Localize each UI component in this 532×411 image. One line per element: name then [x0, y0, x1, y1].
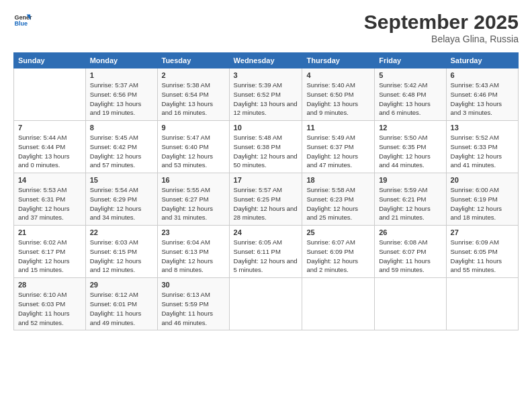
calendar-cell: 21 Sunrise: 6:02 AMSunset: 6:17 PMDaylig…: [14, 226, 86, 278]
day-number: 29: [90, 281, 153, 289]
calendar-cell: 25 Sunrise: 6:07 AMSunset: 6:09 PMDaylig…: [302, 226, 375, 278]
calendar-cell: 24 Sunrise: 6:05 AMSunset: 6:11 PMDaylig…: [229, 226, 302, 278]
calendar-cell: 3 Sunrise: 5:39 AMSunset: 6:52 PMDayligh…: [229, 68, 302, 121]
header: General Blue September 2025 Belaya Glina…: [13, 11, 519, 44]
calendar-cell: 13 Sunrise: 5:52 AMSunset: 6:33 PMDaylig…: [446, 121, 518, 173]
day-info: Sunrise: 6:00 AMSunset: 6:19 PMDaylight:…: [451, 185, 514, 222]
day-number: 27: [451, 228, 514, 236]
calendar-cell: [375, 278, 446, 330]
day-number: 12: [379, 124, 441, 132]
calendar-cell: 1 Sunrise: 5:37 AMSunset: 6:56 PMDayligh…: [85, 68, 157, 121]
day-number: 11: [306, 124, 370, 132]
day-info: Sunrise: 5:48 AMSunset: 6:38 PMDaylight:…: [234, 133, 298, 170]
calendar-cell: 29 Sunrise: 6:12 AMSunset: 6:01 PMDaylig…: [85, 278, 157, 330]
day-number: 3: [234, 71, 298, 79]
weekday-header-row: Sunday Monday Tuesday Wednesday Thursday…: [14, 53, 519, 68]
day-info: Sunrise: 6:02 AMSunset: 6:17 PMDaylight:…: [18, 238, 81, 275]
calendar-cell: 18 Sunrise: 5:58 AMSunset: 6:23 PMDaylig…: [302, 173, 375, 226]
day-number: 2: [162, 71, 225, 79]
day-number: 5: [379, 71, 441, 79]
calendar-cell: 6 Sunrise: 5:43 AMSunset: 6:46 PMDayligh…: [446, 68, 518, 121]
day-info: Sunrise: 6:05 AMSunset: 6:11 PMDaylight:…: [234, 238, 298, 275]
calendar-cell: 17 Sunrise: 5:57 AMSunset: 6:25 PMDaylig…: [229, 173, 302, 226]
calendar-page: General Blue September 2025 Belaya Glina…: [0, 0, 532, 411]
calendar-week-row: 21 Sunrise: 6:02 AMSunset: 6:17 PMDaylig…: [14, 226, 519, 278]
title-block: September 2025 Belaya Glina, Russia: [364, 11, 519, 44]
header-tuesday: Tuesday: [157, 53, 229, 68]
calendar-cell: 23 Sunrise: 6:04 AMSunset: 6:13 PMDaylig…: [157, 226, 229, 278]
calendar-cell: 15 Sunrise: 5:54 AMSunset: 6:29 PMDaylig…: [85, 173, 157, 226]
calendar-cell: 20 Sunrise: 6:00 AMSunset: 6:19 PMDaylig…: [446, 173, 518, 226]
calendar-cell: [302, 278, 375, 330]
day-info: Sunrise: 5:57 AMSunset: 6:25 PMDaylight:…: [234, 185, 298, 222]
calendar-cell: 4 Sunrise: 5:40 AMSunset: 6:50 PMDayligh…: [302, 68, 375, 121]
day-number: 30: [162, 281, 225, 289]
calendar-cell: 28 Sunrise: 6:10 AMSunset: 6:03 PMDaylig…: [14, 278, 86, 330]
day-info: Sunrise: 5:50 AMSunset: 6:35 PMDaylight:…: [379, 133, 441, 170]
day-info: Sunrise: 5:37 AMSunset: 6:56 PMDaylight:…: [90, 81, 153, 118]
calendar-cell: 9 Sunrise: 5:47 AMSunset: 6:40 PMDayligh…: [157, 121, 229, 173]
calendar-cell: 27 Sunrise: 6:09 AMSunset: 6:05 PMDaylig…: [446, 226, 518, 278]
day-info: Sunrise: 6:10 AMSunset: 6:03 PMDaylight:…: [18, 290, 81, 327]
day-info: Sunrise: 5:39 AMSunset: 6:52 PMDaylight:…: [234, 81, 298, 118]
day-info: Sunrise: 5:47 AMSunset: 6:40 PMDaylight:…: [162, 133, 225, 170]
day-number: 20: [451, 176, 514, 184]
day-info: Sunrise: 5:43 AMSunset: 6:46 PMDaylight:…: [451, 81, 514, 118]
day-info: Sunrise: 5:58 AMSunset: 6:23 PMDaylight:…: [306, 185, 370, 222]
header-saturday: Saturday: [446, 53, 518, 68]
day-info: Sunrise: 5:38 AMSunset: 6:54 PMDaylight:…: [162, 81, 225, 118]
header-monday: Monday: [85, 53, 157, 68]
day-info: Sunrise: 6:04 AMSunset: 6:13 PMDaylight:…: [162, 238, 225, 275]
day-info: Sunrise: 5:55 AMSunset: 6:27 PMDaylight:…: [162, 185, 225, 222]
day-number: 16: [162, 176, 225, 184]
calendar-cell: 7 Sunrise: 5:44 AMSunset: 6:44 PMDayligh…: [14, 121, 86, 173]
calendar-cell: [229, 278, 302, 330]
calendar-cell: 26 Sunrise: 6:08 AMSunset: 6:07 PMDaylig…: [375, 226, 446, 278]
header-wednesday: Wednesday: [229, 53, 302, 68]
day-info: Sunrise: 5:53 AMSunset: 6:31 PMDaylight:…: [18, 185, 81, 222]
calendar-week-row: 14 Sunrise: 5:53 AMSunset: 6:31 PMDaylig…: [14, 173, 519, 226]
day-number: 18: [306, 176, 370, 184]
month-title: September 2025: [364, 11, 519, 34]
day-info: Sunrise: 5:45 AMSunset: 6:42 PMDaylight:…: [90, 133, 153, 170]
day-number: 19: [379, 176, 441, 184]
day-number: 1: [90, 71, 153, 79]
calendar-cell: 19 Sunrise: 5:59 AMSunset: 6:21 PMDaylig…: [375, 173, 446, 226]
day-number: 21: [18, 228, 81, 236]
calendar-cell: 11 Sunrise: 5:49 AMSunset: 6:37 PMDaylig…: [302, 121, 375, 173]
calendar-week-row: 28 Sunrise: 6:10 AMSunset: 6:03 PMDaylig…: [14, 278, 519, 330]
calendar-table: Sunday Monday Tuesday Wednesday Thursday…: [13, 52, 519, 330]
day-number: 4: [306, 71, 370, 79]
day-number: 23: [162, 228, 225, 236]
day-info: Sunrise: 5:59 AMSunset: 6:21 PMDaylight:…: [379, 185, 441, 222]
day-number: 8: [90, 124, 153, 132]
svg-text:Blue: Blue: [14, 20, 28, 27]
day-number: 22: [90, 228, 153, 236]
day-number: 24: [234, 228, 298, 236]
calendar-cell: 2 Sunrise: 5:38 AMSunset: 6:54 PMDayligh…: [157, 68, 229, 121]
calendar-cell: [14, 68, 86, 121]
day-number: 17: [234, 176, 298, 184]
logo: General Blue: [13, 11, 32, 30]
day-info: Sunrise: 6:13 AMSunset: 5:59 PMDaylight:…: [162, 290, 225, 327]
calendar-cell: 30 Sunrise: 6:13 AMSunset: 5:59 PMDaylig…: [157, 278, 229, 330]
day-number: 6: [451, 71, 514, 79]
location: Belaya Glina, Russia: [364, 34, 519, 44]
day-number: 14: [18, 176, 81, 184]
day-info: Sunrise: 6:07 AMSunset: 6:09 PMDaylight:…: [306, 238, 370, 275]
day-info: Sunrise: 6:08 AMSunset: 6:07 PMDaylight:…: [379, 238, 441, 275]
day-info: Sunrise: 5:52 AMSunset: 6:33 PMDaylight:…: [451, 133, 514, 170]
day-number: 9: [162, 124, 225, 132]
calendar-cell: [446, 278, 518, 330]
day-info: Sunrise: 5:49 AMSunset: 6:37 PMDaylight:…: [306, 133, 370, 170]
calendar-cell: 12 Sunrise: 5:50 AMSunset: 6:35 PMDaylig…: [375, 121, 446, 173]
calendar-cell: 22 Sunrise: 6:03 AMSunset: 6:15 PMDaylig…: [85, 226, 157, 278]
header-friday: Friday: [375, 53, 446, 68]
day-info: Sunrise: 5:42 AMSunset: 6:48 PMDaylight:…: [379, 81, 441, 118]
header-sunday: Sunday: [14, 53, 86, 68]
calendar-week-row: 1 Sunrise: 5:37 AMSunset: 6:56 PMDayligh…: [14, 68, 519, 121]
day-info: Sunrise: 5:40 AMSunset: 6:50 PMDaylight:…: [306, 81, 370, 118]
day-number: 26: [379, 228, 441, 236]
day-info: Sunrise: 6:03 AMSunset: 6:15 PMDaylight:…: [90, 238, 153, 275]
day-info: Sunrise: 5:44 AMSunset: 6:44 PMDaylight:…: [18, 133, 81, 170]
